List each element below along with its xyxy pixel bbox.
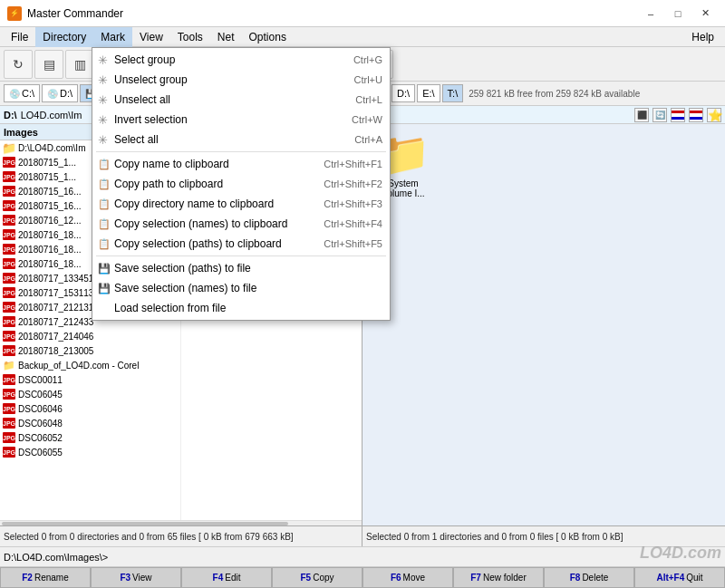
menu-unselect-all[interactable]: ✳ Unselect all Ctrl+L bbox=[92, 90, 390, 110]
close-button[interactable]: ✕ bbox=[692, 5, 718, 23]
bottom-path-text: D:\LO4D.com\Images\> bbox=[4, 552, 108, 563]
function-bar: F2 Rename F3 View F4 Edit F5 Copy F6 Mov… bbox=[0, 566, 725, 588]
clipboard-icon-2: 📋 bbox=[98, 178, 111, 190]
right-panel-icon-btn1[interactable]: ⬛ bbox=[634, 108, 649, 122]
right-panel-content: 📁 SystemVolume I... bbox=[362, 124, 725, 525]
minimize-button[interactable]: – bbox=[638, 5, 663, 23]
star-icon-1: ✳ bbox=[98, 53, 108, 67]
f2-rename[interactable]: F2 Rename bbox=[0, 567, 91, 588]
right-panel-flag2[interactable] bbox=[689, 108, 703, 122]
right-drive-e[interactable]: E:\ bbox=[417, 84, 440, 102]
list-item[interactable]: JPG DSC06052 bbox=[0, 430, 180, 445]
floppy-icon-2: 💾 bbox=[98, 283, 111, 294]
menu-invert-selection[interactable]: ✳ Invert selection Ctrl+W bbox=[92, 110, 390, 130]
f7-newfolder[interactable]: F7 New folder bbox=[453, 567, 544, 588]
clipboard-icon-5: 📋 bbox=[98, 238, 111, 250]
menu-copy-sel-paths[interactable]: 📋 Copy selection (paths) to clipboard Ct… bbox=[92, 234, 390, 254]
window-controls: – □ ✕ bbox=[638, 5, 718, 23]
left-path-text: LO4D.com\Im bbox=[21, 110, 82, 120]
f4-edit[interactable]: F4 Edit bbox=[181, 567, 272, 588]
menu-copy-dirname[interactable]: 📋 Copy directory name to clipboard Ctrl+… bbox=[92, 194, 390, 214]
menu-load-sel[interactable]: Load selection from file bbox=[92, 298, 390, 318]
menu-tools[interactable]: Tools bbox=[170, 27, 210, 47]
list-item[interactable]: JPG 20180717_214046 bbox=[0, 329, 180, 343]
app-icon: ⚡ bbox=[7, 6, 22, 21]
toolbar-view1[interactable]: ▤ bbox=[34, 50, 63, 79]
right-drive-t[interactable]: T:\ bbox=[442, 84, 464, 102]
right-panel-star-btn[interactable]: ⭐ bbox=[707, 108, 721, 122]
watermark: LO4D.com bbox=[640, 544, 721, 563]
f5-copy[interactable]: F5 Copy bbox=[272, 567, 362, 588]
toolbar-view2[interactable]: ▥ bbox=[65, 50, 94, 79]
f6-move[interactable]: F6 Move bbox=[362, 567, 453, 588]
menu-help[interactable]: Help bbox=[684, 27, 721, 47]
right-panel-flag1[interactable] bbox=[671, 108, 685, 122]
menu-mark[interactable]: Mark bbox=[93, 27, 132, 47]
app-title: Master Commander bbox=[27, 7, 123, 20]
menu-select-group[interactable]: ✳ Select group Ctrl+G bbox=[92, 50, 390, 70]
bottom-path: D:\LO4D.com\Images\> bbox=[0, 546, 725, 566]
clipboard-icon-3: 📋 bbox=[98, 198, 111, 210]
star-icon-3: ✳ bbox=[98, 93, 108, 107]
separator-2 bbox=[96, 255, 386, 256]
menu-select-all[interactable]: ✳ Select all Ctrl+A bbox=[92, 130, 390, 149]
list-item[interactable]: JPG DSC06046 bbox=[0, 401, 180, 416]
left-drive-d[interactable]: 💿D:\ bbox=[42, 84, 78, 102]
menu-copy-sel-names[interactable]: 📋 Copy selection (names) to clipboard Ct… bbox=[92, 214, 390, 234]
list-item[interactable]: JPG DSC06048 bbox=[0, 416, 180, 430]
menu-unselect-group[interactable]: ✳ Unselect group Ctrl+U bbox=[92, 70, 390, 90]
star-icon-4: ✳ bbox=[98, 113, 108, 127]
star-icon-5: ✳ bbox=[98, 133, 108, 147]
right-panel: T:\.\ ⬛ 🔄 ⭐ 📁 System bbox=[362, 106, 725, 525]
left-drive-c[interactable]: 💿C:\ bbox=[4, 84, 40, 102]
menu-copy-path[interactable]: 📋 Copy path to clipboard Ctrl+Shift+F2 bbox=[92, 174, 390, 194]
altf4-quit[interactable]: Alt+F4 Quit bbox=[634, 567, 725, 588]
mark-menu: ✳ Select group Ctrl+G ✳ Unselect group C… bbox=[92, 47, 391, 321]
clipboard-icon-1: 📋 bbox=[98, 159, 111, 170]
menu-file[interactable]: File bbox=[4, 27, 35, 47]
toolbar-refresh[interactable]: ↻ bbox=[4, 50, 33, 79]
title-bar: ⚡ Master Commander – □ ✕ bbox=[0, 0, 725, 27]
maximize-button[interactable]: □ bbox=[665, 5, 691, 23]
right-status-text: Selected 0 from 1 directories and 0 from… bbox=[366, 532, 623, 542]
right-panel-path: T:\.\ ⬛ 🔄 ⭐ bbox=[362, 106, 725, 124]
menu-net[interactable]: Net bbox=[210, 27, 242, 47]
menu-save-sel-names[interactable]: 💾 Save selection (names) to file bbox=[92, 278, 390, 298]
right-drive-d[interactable]: D:\ bbox=[392, 84, 415, 102]
clipboard-icon-4: 📋 bbox=[98, 218, 111, 230]
menu-view[interactable]: View bbox=[132, 27, 170, 47]
list-item[interactable]: JPG 20180718_213005 bbox=[0, 343, 180, 358]
right-panel-icon-btn2[interactable]: 🔄 bbox=[652, 108, 667, 122]
star-icon-2: ✳ bbox=[98, 73, 108, 87]
floppy-icon-1: 💾 bbox=[98, 263, 111, 275]
separator-1 bbox=[96, 151, 386, 152]
left-status-bar: Selected 0 from 0 directories and 0 from… bbox=[0, 526, 362, 546]
menu-copy-name[interactable]: 📋 Copy name to clipboard Ctrl+Shift+F1 bbox=[92, 154, 390, 174]
right-freespace: 259 821 kB free from 259 824 kB availabl… bbox=[469, 89, 640, 99]
menu-directory[interactable]: Directory bbox=[35, 27, 93, 47]
list-item[interactable]: JPG DSC06045 bbox=[0, 387, 180, 401]
f3-view[interactable]: F3 View bbox=[91, 567, 181, 588]
list-item[interactable]: JPG DSC06055 bbox=[0, 445, 180, 459]
list-item[interactable]: 📁 Backup_of_LO4D.com - Corel bbox=[0, 358, 180, 372]
menu-options[interactable]: Options bbox=[242, 27, 294, 47]
left-status-text: Selected 0 from 0 directories and 0 from… bbox=[4, 532, 294, 542]
list-item[interactable]: JPG DSC00011 bbox=[0, 372, 180, 387]
f8-delete[interactable]: F8 Delete bbox=[544, 567, 634, 588]
menu-save-sel-paths[interactable]: 💾 Save selection (paths) to file bbox=[92, 258, 390, 278]
menu-bar: File Directory Mark View Tools Net Optio… bbox=[0, 27, 725, 47]
